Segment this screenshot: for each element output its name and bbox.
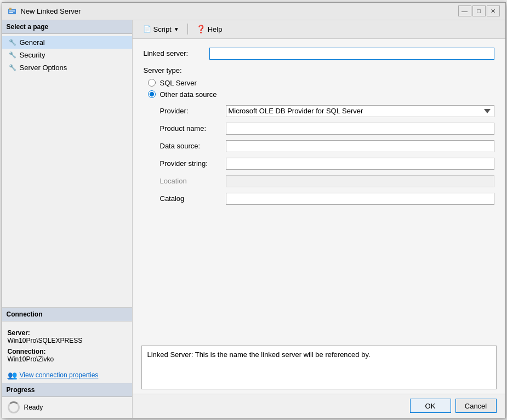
progress-content: Ready — [2, 397, 132, 418]
description-container: Linked Server: This is the name the link… — [141, 346, 497, 389]
server-value: Win10Pro\SQLEXPRESS — [8, 337, 127, 344]
progress-status: Ready — [24, 404, 43, 411]
provider-section: Provider: Microsoft OLE DB Provider for … — [144, 105, 494, 205]
sidebar-items: 🔧 General 🔧 Security 🔧 Server Options — [2, 34, 132, 307]
ok-button[interactable]: OK — [410, 399, 451, 413]
title-bar: New Linked Server — □ ✕ — [2, 3, 505, 20]
data-source-label: Data source: — [160, 142, 226, 150]
location-row: Location — [160, 175, 494, 187]
server-type-label: Server type: — [144, 66, 494, 74]
dialog-body: Select a page 🔧 General 🔧 Security 🔧 Ser… — [2, 20, 505, 418]
linked-server-row: Linked server: — [144, 48, 494, 60]
select-page-header: Select a page — [2, 20, 132, 34]
linked-server-input[interactable] — [209, 48, 494, 60]
data-source-input[interactable] — [226, 140, 494, 152]
sidebar-item-general[interactable]: 🔧 General — [2, 36, 132, 49]
footer: OK Cancel — [133, 394, 505, 418]
help-label: Help — [208, 25, 223, 33]
new-linked-server-dialog: New Linked Server — □ ✕ Select a page 🔧 … — [2, 2, 506, 418]
script-dropdown-icon: ▼ — [174, 26, 179, 32]
maximize-button[interactable]: □ — [472, 5, 486, 16]
help-button[interactable]: ❓ Help — [191, 22, 227, 36]
product-name-row: Product name: — [160, 123, 494, 135]
sidebar-item-security-label: Security — [20, 51, 45, 59]
wrench-icon-security: 🔧 — [9, 51, 16, 59]
connection-header: Connection — [2, 308, 132, 321]
other-data-source-radio-label: Other data source — [160, 90, 217, 99]
sidebar-item-general-label: General — [20, 38, 45, 47]
server-type-radio-group: SQL Server Other data source — [144, 79, 494, 99]
progress-header: Progress — [2, 383, 132, 397]
toolbar: 📄 Script ▼ ❓ Help — [133, 20, 505, 39]
cancel-button[interactable]: Cancel — [455, 399, 497, 413]
window-title: New Linked Server — [21, 7, 81, 15]
help-icon: ❓ — [196, 25, 206, 33]
other-data-source-radio[interactable] — [148, 90, 156, 98]
sql-server-radio[interactable] — [148, 79, 156, 87]
server-label: Server: — [8, 329, 127, 337]
svg-rect-1 — [9, 8, 12, 10]
script-label: Script — [153, 25, 172, 33]
sql-server-radio-label: SQL Server — [160, 79, 197, 87]
connection-props-icon: 👥 — [8, 371, 17, 379]
product-name-input[interactable] — [226, 123, 494, 135]
provider-string-input[interactable] — [226, 158, 494, 170]
provider-string-row: Provider string: — [160, 158, 494, 170]
view-connection-properties-link[interactable]: 👥 View connection properties — [2, 367, 132, 383]
catalog-row: Catalog — [160, 193, 494, 205]
content-area: Linked server: Server type: SQL Server O… — [133, 39, 505, 346]
catalog-input[interactable] — [226, 193, 494, 205]
main-content: 📄 Script ▼ ❓ Help Linked server: — [133, 20, 505, 418]
connection-label: Connection: — [8, 348, 127, 355]
linked-server-label: Linked server: — [144, 49, 209, 57]
toolbar-separator — [187, 24, 188, 34]
provider-select[interactable]: Microsoft OLE DB Provider for SQL Server… — [226, 105, 494, 117]
close-button[interactable]: ✕ — [487, 5, 500, 16]
sidebar: Select a page 🔧 General 🔧 Security 🔧 Ser… — [2, 20, 133, 418]
location-label: Location — [160, 177, 226, 185]
data-source-row: Data source: — [160, 140, 494, 152]
connection-info: Server: Win10Pro\SQLEXPRESS Connection: … — [2, 321, 132, 367]
provider-row: Provider: Microsoft OLE DB Provider for … — [160, 105, 494, 117]
view-props-label: View connection properties — [20, 371, 99, 379]
description-text: Linked Server: This is the name the link… — [147, 350, 371, 359]
title-bar-left: New Linked Server — [8, 7, 81, 15]
other-data-source-radio-row[interactable]: Other data source — [148, 90, 494, 99]
script-icon: 📄 — [143, 25, 151, 33]
product-name-label: Product name: — [160, 124, 226, 133]
server-type-section: Server type: SQL Server Other data sourc… — [144, 66, 494, 99]
wrench-icon-general: 🔧 — [9, 39, 16, 46]
progress-spinner — [8, 401, 20, 413]
provider-label: Provider: — [160, 107, 226, 115]
connection-value: Win10Pro\Zivko — [8, 355, 127, 363]
catalog-label: Catalog — [160, 194, 226, 203]
provider-string-label: Provider string: — [160, 159, 226, 168]
location-input[interactable] — [226, 175, 494, 187]
sidebar-item-security[interactable]: 🔧 Security — [2, 49, 132, 61]
description-box: Linked Server: This is the name the link… — [141, 346, 497, 389]
sidebar-item-server-options-label: Server Options — [20, 64, 67, 72]
script-button[interactable]: 📄 Script ▼ — [138, 23, 184, 36]
progress-section: Progress Ready — [2, 383, 132, 418]
sql-server-radio-row[interactable]: SQL Server — [148, 79, 494, 87]
minimize-button[interactable]: — — [458, 5, 471, 16]
window-icon — [8, 7, 16, 15]
sidebar-item-server-options[interactable]: 🔧 Server Options — [2, 61, 132, 74]
connection-section: Connection Server: Win10Pro\SQLEXPRESS C… — [2, 307, 132, 383]
wrench-icon-server-options: 🔧 — [9, 64, 16, 71]
title-buttons: — □ ✕ — [458, 5, 500, 16]
